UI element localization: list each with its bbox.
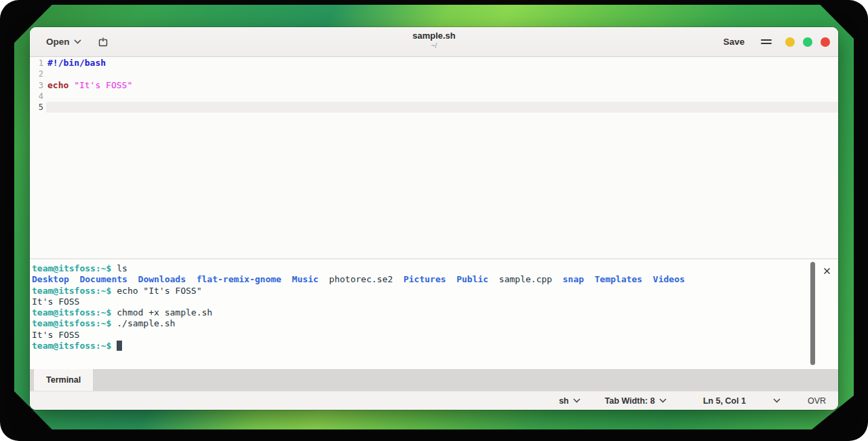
- open-button[interactable]: Open: [41, 33, 87, 50]
- language-selector[interactable]: sh: [549, 396, 590, 406]
- tab-width-label: Tab Width: 8: [605, 396, 655, 406]
- text-segment: ./sample.sh: [111, 318, 175, 328]
- overwrite-mode-label: OVR: [808, 396, 826, 406]
- text-segment: chmod +x sample.sh: [111, 307, 212, 318]
- editor-area[interactable]: 1#!/bin/bash2 3echo "It's FOSS"4 5: [30, 57, 838, 258]
- editor-line[interactable]: 4: [30, 91, 838, 102]
- overwrite-mode-indicator: OVR: [798, 396, 838, 406]
- text-segment: [642, 274, 653, 284]
- text-segment: echo "It's FOSS": [111, 286, 201, 296]
- tab-terminal-label: Terminal: [46, 375, 81, 385]
- document-path: ~/: [30, 41, 838, 50]
- tab-width-selector[interactable]: Tab Width: 8: [595, 396, 676, 406]
- text-segment: [584, 274, 595, 284]
- header-bar: Open sample.sh ~/ Save: [30, 27, 838, 57]
- text-segment: [281, 274, 292, 284]
- terminal-panel[interactable]: team@itsfoss:~$ lsDesktop Documents Down…: [30, 258, 838, 369]
- open-button-label: Open: [46, 37, 70, 47]
- save-button[interactable]: Save: [717, 33, 750, 50]
- editor-line[interactable]: 3echo "It's FOSS": [30, 80, 838, 91]
- line-number: 3: [30, 80, 46, 91]
- goto-line-button[interactable]: [766, 398, 787, 403]
- tab-terminal[interactable]: Terminal: [34, 369, 93, 391]
- editor-lines: 1#!/bin/bash2 3echo "It's FOSS"4 5: [30, 58, 838, 113]
- terminal-line: It's FOSS: [32, 296, 806, 307]
- text-segment: [127, 274, 138, 284]
- code-text: #!/bin/bash: [46, 58, 838, 69]
- editor-line[interactable]: 2: [30, 69, 838, 79]
- text-segment: Downloads: [138, 274, 186, 284]
- chevron-down-icon: [573, 398, 580, 403]
- text-segment: It's FOSS: [32, 330, 79, 340]
- gedit-window: Open sample.sh ~/ Save: [30, 27, 838, 410]
- save-button-label: Save: [723, 37, 745, 47]
- cursor-position: Ln 5, Col 1: [694, 396, 755, 406]
- language-label: sh: [559, 396, 569, 406]
- line-number: 5: [30, 102, 46, 113]
- text-segment: team@itsfoss:~$: [32, 307, 111, 318]
- text-segment: [117, 341, 122, 351]
- text-segment: Music: [292, 274, 319, 284]
- terminal-line: It's FOSS: [32, 330, 806, 341]
- editor-line[interactable]: 1#!/bin/bash: [30, 58, 838, 69]
- text-segment: team@itsfoss:~$: [32, 341, 111, 351]
- text-segment: team@itsfoss:~$: [32, 318, 111, 328]
- code-text: echo "It's FOSS": [46, 80, 838, 91]
- text-segment: Videos: [653, 274, 685, 284]
- text-segment: [446, 274, 457, 284]
- chevron-down-icon: [659, 398, 667, 403]
- text-segment: photorec.se2: [329, 274, 393, 284]
- text-segment: [488, 274, 499, 284]
- text-segment: It's FOSS: [32, 296, 79, 307]
- chevron-down-icon: [74, 39, 81, 44]
- text-segment: [552, 274, 563, 284]
- text-segment: Public: [456, 274, 488, 284]
- text-segment: ls: [111, 263, 127, 273]
- text-segment: Desktop: [32, 274, 69, 284]
- maximize-button[interactable]: [803, 37, 812, 47]
- new-document-button[interactable]: [94, 33, 113, 51]
- terminal-line: Desktop Documents Downloads flat-remix-g…: [32, 274, 806, 285]
- text-segment: [68, 80, 74, 90]
- text-segment: [186, 274, 197, 284]
- terminal-line: team@itsfoss:~$: [32, 341, 806, 351]
- code-text: [46, 102, 838, 113]
- code-text: [46, 91, 838, 102]
- panel-close-button[interactable]: [821, 265, 833, 277]
- text-segment: flat-remix-gnome: [197, 274, 281, 284]
- text-segment: Documents: [79, 274, 127, 284]
- terminal-line: team@itsfoss:~$ ./sample.sh: [32, 318, 806, 329]
- text-segment: team@itsfoss:~$: [32, 286, 111, 296]
- text-segment: "It's FOSS": [74, 80, 132, 90]
- close-button[interactable]: [821, 37, 830, 47]
- line-number: 4: [30, 91, 46, 102]
- cursor-position-label: Ln 5, Col 1: [703, 396, 746, 406]
- close-icon: [823, 267, 831, 275]
- text-segment: [319, 274, 330, 284]
- text-segment: Templates: [595, 274, 642, 284]
- editor-line[interactable]: 5: [30, 102, 838, 113]
- terminal-output: team@itsfoss:~$ lsDesktop Documents Down…: [32, 263, 806, 351]
- terminal-line: team@itsfoss:~$ chmod +x sample.sh: [32, 307, 806, 318]
- text-segment: snap: [563, 274, 584, 284]
- text-segment: sample.cpp: [499, 274, 552, 284]
- text-segment: team@itsfoss:~$: [32, 263, 111, 273]
- code-text: [46, 69, 838, 79]
- window-title-block: sample.sh ~/: [30, 31, 838, 50]
- text-segment: [69, 274, 80, 284]
- terminal-line: team@itsfoss:~$ echo "It's FOSS": [32, 286, 806, 296]
- line-number: 2: [30, 69, 46, 79]
- minimize-button[interactable]: [785, 37, 795, 47]
- text-segment: [393, 274, 403, 284]
- line-number: 1: [30, 58, 46, 69]
- text-segment: Pictures: [403, 274, 446, 284]
- terminal-scrollbar[interactable]: [810, 262, 815, 365]
- document-title: sample.sh: [30, 31, 838, 41]
- terminal-line: team@itsfoss:~$ ls: [32, 263, 806, 274]
- status-bar: sh Tab Width: 8 Ln 5, Col 1 OVR: [30, 391, 838, 410]
- new-tab-icon: [98, 37, 108, 47]
- chevron-down-icon: [773, 398, 781, 403]
- hamburger-menu-button[interactable]: [761, 38, 772, 46]
- panel-tab-bar: Terminal: [30, 369, 838, 391]
- text-segment: echo: [47, 80, 68, 90]
